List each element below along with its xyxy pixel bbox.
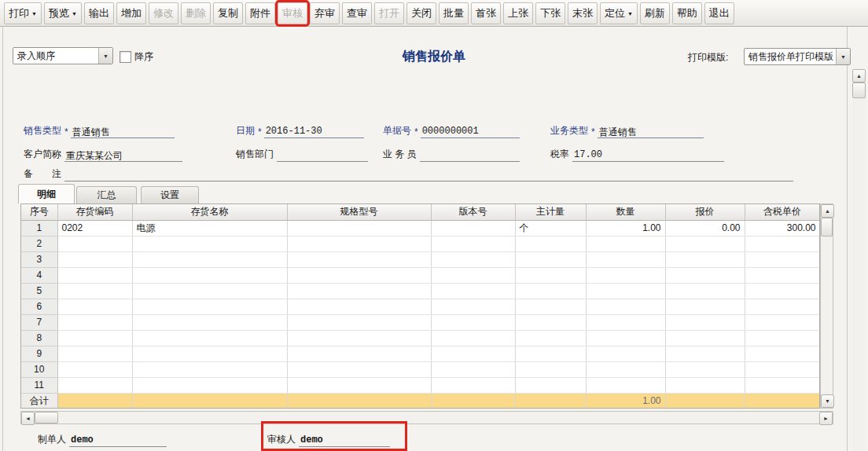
scroll-up-icon[interactable]: ▲: [852, 69, 866, 82]
grid-cell[interactable]: [132, 330, 287, 346]
grid-cell[interactable]: [287, 299, 431, 314]
grid-cell[interactable]: [515, 251, 586, 267]
grid-cell[interactable]: [57, 283, 132, 299]
print-template-select[interactable]: 销售报价单打印模版 ▼: [744, 48, 851, 65]
grid-horizontal-scrollbar[interactable]: ◄ ►: [20, 411, 833, 424]
grid-cell[interactable]: [586, 314, 665, 330]
grid-hscroll-track[interactable]: [58, 412, 819, 424]
grid-cell[interactable]: [586, 330, 665, 346]
toolbar-button-定位[interactable]: 定位▼: [600, 2, 638, 24]
toolbar-button-复制[interactable]: 复制: [213, 2, 243, 24]
remark-input[interactable]: [64, 169, 793, 182]
grid-cell[interactable]: 7: [21, 314, 57, 330]
grid-cell[interactable]: [665, 361, 745, 377]
grid-cell[interactable]: [665, 283, 745, 299]
sales-dept-input[interactable]: [277, 149, 368, 162]
grid-cell[interactable]: [515, 361, 586, 377]
grid-cell[interactable]: [515, 346, 586, 361]
grid-cell[interactable]: 4: [21, 267, 57, 283]
doc-no-input[interactable]: 0000000001: [421, 126, 520, 138]
grid-cell[interactable]: [287, 220, 431, 236]
grid-cell[interactable]: 2: [21, 236, 57, 251]
grid-cell[interactable]: [586, 361, 665, 377]
grid-cell[interactable]: [431, 330, 515, 346]
toolbar-button-输出[interactable]: 输出: [84, 2, 114, 24]
grid-cell[interactable]: [287, 251, 431, 267]
grid-cell[interactable]: 0202: [57, 220, 132, 236]
grid-cell[interactable]: [745, 283, 820, 299]
grid-cell[interactable]: [132, 377, 287, 393]
toolbar-button-预览[interactable]: 预览▼: [44, 2, 82, 24]
grid-header-存货名称[interactable]: 存货名称: [132, 204, 287, 220]
grid-cell[interactable]: 1: [21, 220, 57, 236]
grid-header-序号[interactable]: 序号: [21, 204, 57, 220]
toolbar-button-增加[interactable]: 增加: [116, 2, 146, 24]
grid-cell[interactable]: [132, 236, 287, 251]
grid-cell[interactable]: [132, 346, 287, 361]
grid-cell[interactable]: [515, 267, 586, 283]
grid-cell[interactable]: [515, 314, 586, 330]
grid-cell[interactable]: [745, 346, 820, 361]
grid-cell[interactable]: [287, 267, 431, 283]
grid-cell[interactable]: [431, 220, 515, 236]
toolbar-button-附件[interactable]: 附件: [245, 2, 275, 24]
grid-cell[interactable]: [57, 251, 132, 267]
descending-checkbox[interactable]: [120, 51, 131, 63]
scroll-left-icon[interactable]: ◄: [21, 412, 35, 425]
grid-cell[interactable]: [586, 377, 665, 393]
grid-header-报价[interactable]: 报价: [665, 204, 745, 220]
grid-header-版本号[interactable]: 版本号: [431, 204, 515, 220]
tab-汇总[interactable]: 汇总: [76, 186, 137, 204]
grid-cell[interactable]: [132, 251, 287, 267]
grid-cell[interactable]: 6: [21, 299, 57, 314]
grid-cell[interactable]: [431, 267, 515, 283]
grid-cell[interactable]: [287, 314, 431, 330]
toolbar-button-上张[interactable]: 上张: [503, 2, 533, 24]
grid-cell[interactable]: [586, 283, 665, 299]
grid-cell[interactable]: [431, 377, 515, 393]
grid-cell[interactable]: [515, 299, 586, 314]
sale-type-input[interactable]: 普通销售: [71, 126, 175, 138]
grid-cell[interactable]: [57, 299, 132, 314]
toolbar-button-帮助[interactable]: 帮助: [672, 2, 702, 24]
toolbar-button-弃审[interactable]: 弃审: [310, 2, 340, 24]
grid-cell[interactable]: [57, 314, 132, 330]
grid-cell[interactable]: [57, 346, 132, 361]
grid-cell[interactable]: [665, 251, 745, 267]
grid-cell[interactable]: [665, 346, 745, 361]
grid-cell[interactable]: 5: [21, 283, 57, 299]
grid-cell[interactable]: [745, 251, 820, 267]
toolbar-button-刷新[interactable]: 刷新: [640, 2, 670, 24]
grid-cell[interactable]: [57, 361, 132, 377]
grid-cell[interactable]: [665, 267, 745, 283]
grid-cell[interactable]: [665, 236, 745, 251]
date-input[interactable]: 2016-11-30: [264, 126, 364, 138]
grid-cell[interactable]: [745, 330, 820, 346]
grid-cell[interactable]: [431, 251, 515, 267]
grid-header-含税单价[interactable]: 含税单价: [745, 204, 820, 220]
grid-cell[interactable]: [586, 346, 665, 361]
grid-cell[interactable]: [431, 299, 515, 314]
toolbar-button-首张[interactable]: 首张: [471, 2, 501, 24]
grid-cell[interactable]: [431, 346, 515, 361]
grid-cell[interactable]: [287, 330, 431, 346]
grid-cell[interactable]: [586, 251, 665, 267]
grid-cell[interactable]: [515, 283, 586, 299]
grid-cell[interactable]: [431, 236, 515, 251]
grid-cell[interactable]: [665, 330, 745, 346]
grid-cell[interactable]: [665, 314, 745, 330]
window-vscroll-track[interactable]: [852, 98, 866, 451]
grid-cell[interactable]: [57, 377, 132, 393]
tab-设置[interactable]: 设置: [141, 186, 199, 204]
grid-cell[interactable]: 电源: [132, 220, 287, 236]
grid-cell[interactable]: [132, 267, 287, 283]
grid-cell[interactable]: [57, 330, 132, 346]
scroll-right-icon[interactable]: ►: [819, 412, 833, 425]
grid-header-主计量[interactable]: 主计量: [515, 204, 586, 220]
grid-cell[interactable]: [586, 299, 665, 314]
grid-cell[interactable]: 个: [515, 220, 586, 236]
grid-cell[interactable]: [132, 361, 287, 377]
grid-cell[interactable]: [287, 236, 431, 251]
grid-cell[interactable]: [132, 299, 287, 314]
customer-input[interactable]: 重庆某某公司: [64, 149, 182, 162]
